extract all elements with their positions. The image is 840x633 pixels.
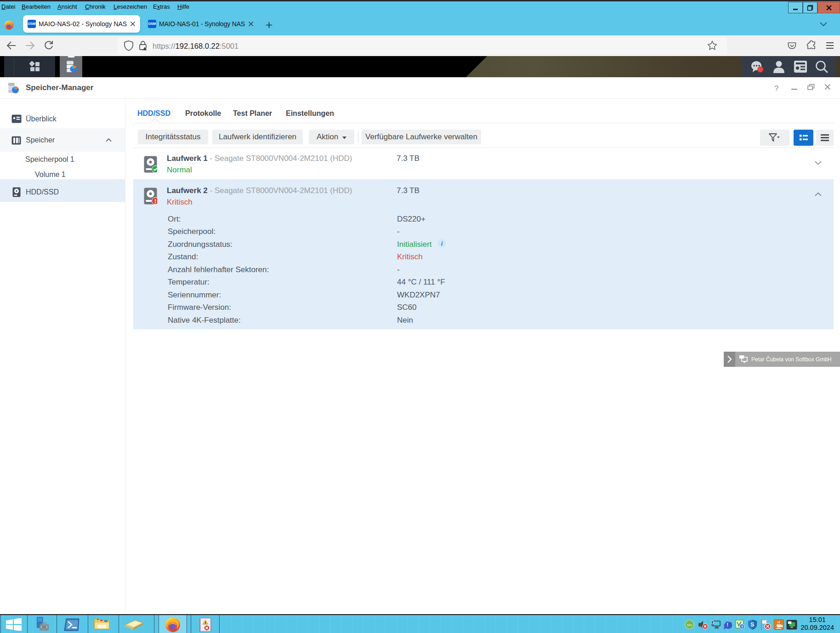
svg-text:S: S [751, 622, 755, 628]
svg-text:!: ! [726, 622, 728, 627]
svg-text:sbx: sbx [687, 623, 692, 627]
svg-text:i: i [441, 240, 443, 247]
svg-text:?: ? [741, 625, 743, 629]
